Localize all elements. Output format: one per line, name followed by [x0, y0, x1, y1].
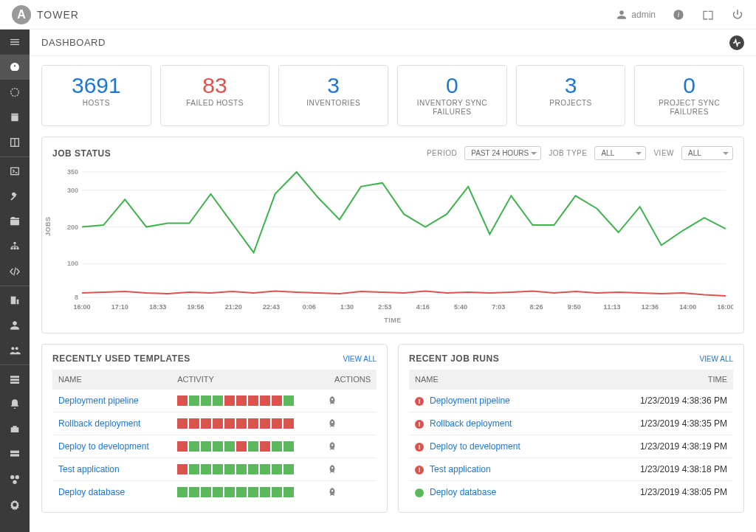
brand-text: TOWER: [37, 9, 79, 21]
sidebar-teams[interactable]: [0, 338, 30, 363]
stat-label: FAILED HOSTS: [167, 99, 264, 108]
view-label: VIEW: [653, 149, 674, 157]
sidebar-instance-groups[interactable]: [0, 442, 30, 467]
launch-icon[interactable]: [327, 441, 371, 452]
power-icon[interactable]: [731, 8, 744, 21]
table-row: Deploy to development: [52, 435, 377, 458]
svg-text:21:20: 21:20: [225, 303, 242, 311]
jobrun-time: 1/23/2019 4:38:36 PM: [585, 390, 733, 412]
jobrun-link[interactable]: Deployment pipeline: [430, 395, 510, 406]
svg-text:11:13: 11:13: [604, 303, 621, 311]
sidebar-settings[interactable]: [0, 492, 30, 517]
info-icon[interactable]: i: [672, 8, 685, 21]
sidebar-projects[interactable]: [0, 209, 30, 234]
sidebar-applications[interactable]: [0, 467, 30, 492]
table-row: Test application 1/23/2019 4:38:18 PM: [409, 458, 733, 481]
stat-label: INVENTORIES: [285, 99, 382, 108]
templates-col-activity: ACTIVITY: [171, 370, 320, 390]
svg-text:12:36: 12:36: [642, 303, 659, 311]
stat-value: 3: [523, 73, 619, 97]
svg-point-18: [11, 455, 12, 455]
sidebar-schedules[interactable]: [0, 105, 30, 130]
launch-icon[interactable]: [327, 418, 371, 429]
stat-value: 83: [167, 73, 264, 97]
activity-sparkline: [177, 441, 315, 452]
launch-icon[interactable]: [327, 464, 371, 474]
stat-card[interactable]: 83 FAILED HOSTS: [160, 65, 270, 126]
stat-card[interactable]: 0 PROJECT SYNC FAILURES: [634, 65, 744, 126]
sidebar-users[interactable]: [0, 313, 30, 338]
templates-col-name: NAME: [52, 370, 171, 390]
jobruns-view-all[interactable]: VIEW ALL: [699, 355, 733, 363]
stat-card[interactable]: 3 PROJECTS: [516, 65, 626, 126]
sidebar-notifications[interactable]: [0, 392, 30, 417]
jobruns-title: RECENT JOB RUNS: [409, 353, 499, 364]
svg-text:16:00: 16:00: [717, 303, 733, 311]
job-status-chart: JOBS 810020030035016:0017:1018:3319:5621…: [52, 166, 733, 314]
current-user[interactable]: admin: [616, 10, 656, 20]
stat-card[interactable]: 3691 HOSTS: [41, 65, 151, 126]
table-row: Deployment pipeline 1/23/2019 4:38:36 PM: [409, 390, 733, 412]
sidebar-jobs[interactable]: [0, 80, 30, 105]
svg-point-7: [10, 247, 13, 249]
jobrun-link[interactable]: Rollback deployment: [430, 418, 512, 429]
sidebar-templates[interactable]: [0, 159, 30, 184]
svg-text:5:40: 5:40: [454, 303, 467, 311]
jobrun-link[interactable]: Test application: [430, 464, 491, 474]
svg-text:1:30: 1:30: [340, 303, 354, 311]
view-select[interactable]: ALL: [681, 146, 733, 160]
sidebar-credentials[interactable]: [0, 184, 30, 209]
svg-text:17:10: 17:10: [111, 303, 128, 311]
svg-point-19: [10, 475, 14, 479]
template-link[interactable]: Rollback deployment: [58, 418, 140, 429]
stat-card[interactable]: 3 INVENTORIES: [278, 65, 388, 126]
docs-icon[interactable]: [701, 8, 715, 21]
template-link[interactable]: Deploy to development: [58, 441, 149, 452]
jobruns-table: NAME TIME Deployment pipeline 1/23/2019 …: [409, 370, 733, 503]
status-icon: [415, 488, 424, 497]
templates-view-all[interactable]: VIEW ALL: [343, 355, 377, 363]
jobrun-link[interactable]: Deploy database: [430, 487, 496, 497]
stat-label: INVENTORY SYNC FAILURES: [404, 99, 501, 117]
stats-row: 3691 HOSTS83 FAILED HOSTS3 INVENTORIES0 …: [41, 65, 744, 126]
svg-text:16:00: 16:00: [74, 303, 91, 311]
template-link[interactable]: Deploy database: [58, 487, 125, 497]
jobrun-time: 1/23/2019 4:38:35 PM: [585, 412, 733, 435]
svg-rect-12: [10, 376, 19, 378]
stat-card[interactable]: 0 INVENTORY SYNC FAILURES: [397, 65, 507, 126]
user-icon: [616, 10, 627, 20]
svg-point-11: [16, 347, 18, 350]
svg-point-17: [11, 452, 12, 452]
activity-stream-icon[interactable]: [729, 35, 744, 50]
svg-text:0:06: 0:06: [303, 303, 316, 311]
sidebar-dashboard[interactable]: [0, 55, 30, 80]
jobrun-link[interactable]: Deploy to development: [430, 441, 520, 452]
sidebar-portal[interactable]: [0, 130, 30, 155]
stat-value: 0: [641, 73, 738, 97]
sidebar-inventory-scripts[interactable]: [0, 259, 30, 284]
svg-point-2: [11, 89, 19, 97]
sidebar-credential-types[interactable]: [0, 367, 30, 392]
template-link[interactable]: Test application: [58, 464, 120, 474]
svg-text:22:43: 22:43: [263, 303, 280, 311]
status-icon: [415, 397, 424, 406]
svg-text:2:53: 2:53: [378, 303, 391, 311]
sidebar-organizations[interactable]: [0, 288, 30, 313]
svg-text:350: 350: [67, 168, 78, 176]
stat-label: HOSTS: [48, 99, 145, 108]
recent-templates-panel: RECENTLY USED TEMPLATES VIEW ALL NAME AC…: [41, 344, 388, 513]
sidebar-management-jobs[interactable]: [0, 417, 30, 442]
svg-text:19:56: 19:56: [187, 303, 204, 311]
period-select[interactable]: PAST 24 HOURS: [464, 146, 541, 160]
stat-value: 0: [404, 73, 501, 97]
sidebar-menu-toggle[interactable]: [0, 30, 30, 55]
sidebar-inventories[interactable]: [0, 234, 30, 259]
launch-icon[interactable]: [327, 487, 371, 497]
launch-icon[interactable]: [327, 395, 371, 406]
page-title-bar: DASHBOARD: [30, 30, 756, 56]
svg-rect-14: [10, 381, 19, 384]
template-link[interactable]: Deployment pipeline: [58, 395, 139, 406]
templates-col-actions: ACTIONS: [321, 370, 377, 390]
bottom-row: RECENTLY USED TEMPLATES VIEW ALL NAME AC…: [41, 344, 744, 513]
jobtype-select[interactable]: ALL: [594, 146, 646, 160]
